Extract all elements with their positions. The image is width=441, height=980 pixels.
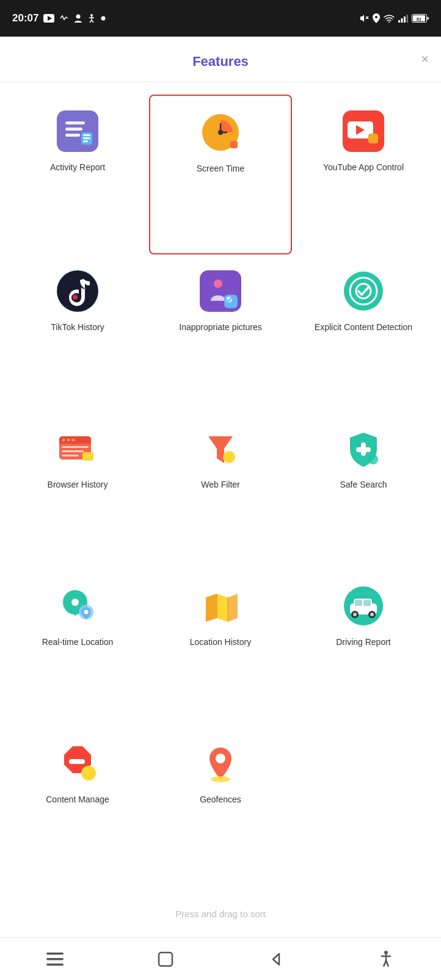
youtube-control-label: YouTube App Control (323, 162, 404, 174)
feature-item-safesearch[interactable]: Safe Search (292, 412, 435, 569)
svg-point-42 (214, 279, 222, 288)
svg-marker-67 (206, 594, 217, 622)
svg-rect-33 (230, 141, 238, 148)
feature-item-youtube[interactable]: YouTube App Control (292, 95, 435, 254)
youtube-icon (43, 14, 54, 23)
svg-rect-56 (62, 455, 79, 456)
webfilter-icon (199, 427, 242, 470)
svg-point-78 (353, 613, 357, 616)
realtime-icon (56, 584, 100, 628)
screen-time-icon (199, 110, 242, 154)
feature-item-content[interactable]: Content Manage (6, 727, 149, 884)
close-button[interactable]: × (421, 52, 429, 66)
signal-icon (398, 14, 408, 23)
tiktok-label: TikTok History (51, 322, 104, 334)
header: Features × (0, 37, 441, 82)
webfilter-label: Web Filter (201, 479, 240, 491)
back-nav-icon (268, 952, 283, 967)
locationhistory-label: Location History (190, 636, 251, 649)
svg-point-51 (62, 439, 65, 442)
svg-rect-13 (398, 20, 400, 23)
svg-rect-14 (401, 18, 403, 23)
features-grid: Activity Report Screen Time (0, 82, 441, 896)
realtime-label: Real-time Location (42, 636, 114, 649)
svg-rect-75 (355, 600, 362, 606)
svg-rect-86 (46, 953, 64, 955)
svg-rect-26 (83, 137, 90, 139)
explicit-icon (341, 269, 385, 313)
locationhistory-icon (199, 584, 242, 628)
back-nav-button[interactable] (260, 944, 291, 975)
feature-item-screen-time[interactable]: Screen Time (149, 95, 292, 254)
svg-marker-68 (217, 594, 228, 622)
feature-item-tiktok[interactable]: TikTok History (6, 254, 149, 412)
feature-item-webfilter[interactable]: Web Filter (149, 412, 292, 569)
svg-rect-82 (69, 759, 85, 764)
svg-point-12 (388, 21, 390, 23)
browser-label: Browser History (48, 479, 108, 491)
content-icon (56, 741, 100, 785)
status-left: 20:07 (12, 12, 106, 24)
svg-rect-87 (46, 958, 64, 960)
driving-icon (341, 584, 385, 628)
svg-point-52 (67, 439, 70, 442)
svg-point-11 (375, 16, 377, 18)
svg-rect-15 (404, 16, 406, 23)
svg-point-83 (81, 766, 96, 780)
svg-rect-20 (57, 110, 98, 152)
drag-hint: Press and drag to sort (0, 896, 441, 937)
accessibility-nav-icon (379, 951, 393, 968)
svg-rect-27 (83, 140, 88, 142)
activity-report-icon (56, 109, 100, 153)
wifi-icon (384, 14, 395, 23)
svg-rect-61 (356, 447, 371, 452)
svg-line-7 (92, 20, 93, 23)
dot-icon (101, 16, 106, 21)
svg-point-85 (211, 776, 230, 782)
home-nav-button[interactable] (150, 944, 181, 975)
bottom-nav (0, 937, 441, 980)
tiktok-icon (56, 269, 100, 313)
svg-rect-21 (65, 121, 85, 124)
menu-nav-button[interactable] (40, 944, 70, 975)
feature-item-explicit[interactable]: Explicit Content Detection (292, 254, 435, 412)
safesearch-icon (341, 427, 385, 470)
screen-time-label: Screen Time (197, 163, 245, 175)
inappropriate-label: Inappropriate pictures (179, 322, 261, 334)
content-label: Content Manage (46, 794, 109, 806)
svg-point-62 (368, 455, 378, 464)
geofences-label: Geofences (200, 794, 241, 806)
youtube-control-icon (341, 109, 385, 153)
accessibility-nav-button[interactable] (371, 944, 401, 975)
svg-point-91 (384, 951, 388, 954)
feature-item-realtime[interactable]: Real-time Location (6, 569, 149, 727)
svg-rect-22 (65, 128, 82, 131)
svg-point-59 (223, 451, 235, 463)
browser-icon (56, 427, 100, 470)
feature-item-driving[interactable]: Driving Report (292, 569, 435, 727)
svg-rect-57 (82, 452, 93, 461)
safesearch-label: Safe Search (340, 479, 387, 491)
svg-rect-37 (368, 134, 378, 143)
svg-point-3 (90, 14, 93, 16)
explicit-label: Explicit Content Detection (315, 322, 412, 334)
activity-icon (59, 13, 69, 23)
svg-text:81: 81 (417, 17, 421, 21)
svg-rect-89 (159, 953, 172, 966)
svg-point-53 (72, 439, 75, 442)
geofences-icon (199, 741, 242, 785)
svg-point-8 (101, 16, 106, 21)
svg-rect-55 (62, 450, 84, 452)
page-title: Features (192, 54, 249, 70)
feature-item-inappropriate[interactable]: Inappropriate pictures (149, 254, 292, 412)
feature-item-geofences[interactable]: Geofences (149, 727, 292, 884)
feature-item-activity-report[interactable]: Activity Report (6, 95, 149, 254)
svg-point-84 (216, 754, 225, 763)
main-container: Features × Activity Report (0, 37, 441, 980)
svg-line-95 (386, 960, 388, 967)
svg-marker-69 (228, 594, 238, 622)
feature-item-browser[interactable]: Browser History (6, 412, 149, 569)
svg-rect-88 (46, 964, 64, 966)
feature-item-location-history[interactable]: Location History (149, 569, 292, 727)
svg-point-39 (73, 295, 78, 300)
